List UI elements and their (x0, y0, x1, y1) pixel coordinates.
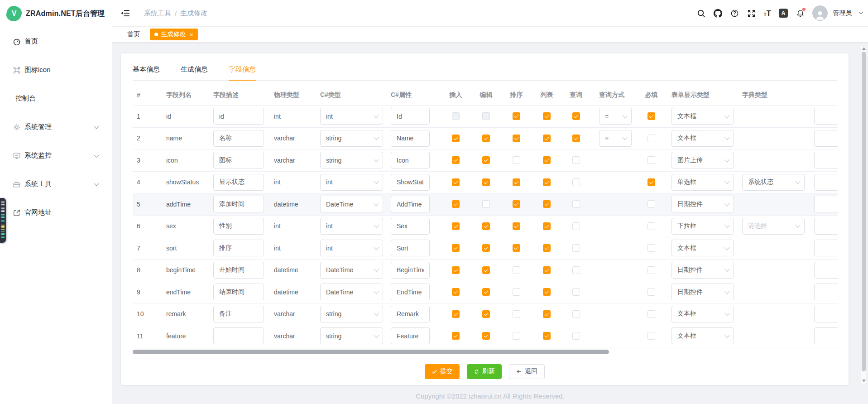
csharp-type-select[interactable]: string (320, 327, 383, 344)
submit-button[interactable]: 提交 (425, 364, 460, 379)
field-description-input[interactable] (213, 196, 264, 212)
field-description-input[interactable] (213, 218, 264, 235)
github-icon[interactable] (714, 9, 723, 18)
insert-checkbox[interactable] (452, 266, 460, 274)
html-type-select[interactable]: 文本框 (671, 327, 734, 344)
query-checkbox[interactable] (572, 244, 580, 252)
sidebar-item-system-tools[interactable]: 系统工具 (0, 170, 112, 198)
sort-checkbox[interactable] (513, 178, 520, 186)
csharp-property-input[interactable] (391, 218, 430, 235)
extra-input[interactable] (814, 108, 838, 125)
notification-bell-icon[interactable] (796, 9, 805, 18)
collapse-sidebar-icon[interactable] (120, 8, 130, 18)
list-checkbox[interactable] (543, 112, 551, 120)
required-checkbox[interactable] (647, 200, 655, 208)
tab-生成信息[interactable]: 生成信息 (181, 65, 208, 80)
required-checkbox[interactable] (647, 156, 655, 164)
extra-input[interactable] (814, 284, 838, 300)
edit-checkbox[interactable] (482, 310, 490, 318)
html-type-select[interactable]: 单选框 (671, 174, 734, 191)
field-description-input[interactable] (213, 130, 264, 147)
breadcrumb-item[interactable]: 系统工具 (144, 9, 171, 18)
list-checkbox[interactable] (543, 332, 551, 340)
csharp-property-input[interactable] (391, 196, 430, 212)
csharp-property-input[interactable] (391, 240, 430, 256)
field-description-input[interactable] (213, 306, 264, 322)
insert-checkbox[interactable] (452, 112, 460, 120)
edit-checkbox[interactable] (482, 178, 490, 186)
avatar[interactable] (812, 5, 828, 21)
field-description-input[interactable] (213, 152, 264, 168)
csharp-type-select[interactable]: string (320, 152, 383, 168)
csharp-property-input[interactable] (391, 306, 430, 322)
dict-type-select[interactable]: 系统状态 (742, 174, 805, 191)
extra-input[interactable] (814, 152, 838, 168)
query-checkbox[interactable] (572, 200, 580, 208)
insert-checkbox[interactable] (452, 156, 460, 164)
insert-checkbox[interactable] (452, 222, 460, 230)
user-name[interactable]: 管理员 (833, 9, 852, 17)
sort-checkbox[interactable] (513, 332, 520, 340)
tab-tag-active[interactable]: 生成修改× (150, 29, 198, 40)
csharp-property-input[interactable] (391, 152, 430, 168)
list-checkbox[interactable] (543, 135, 551, 142)
extra-input[interactable] (814, 306, 838, 322)
required-checkbox[interactable] (647, 112, 655, 120)
list-checkbox[interactable] (543, 178, 551, 186)
extra-input[interactable] (814, 218, 838, 235)
sort-checkbox[interactable] (513, 244, 520, 252)
required-checkbox[interactable] (647, 178, 655, 186)
tab-tag[interactable]: 首页 (124, 29, 144, 40)
html-type-select[interactable]: 文本框 (671, 306, 734, 322)
field-description-input[interactable] (213, 240, 264, 256)
list-checkbox[interactable] (543, 222, 551, 230)
insert-checkbox[interactable] (452, 135, 460, 142)
field-description-input[interactable] (213, 327, 264, 344)
query-checkbox[interactable] (572, 332, 580, 340)
query-checkbox[interactable] (572, 288, 580, 296)
query-checkbox[interactable] (572, 266, 580, 274)
edit-checkbox[interactable] (482, 200, 490, 208)
html-type-select[interactable]: 日期控件 (671, 196, 734, 212)
field-description-input[interactable] (213, 108, 264, 125)
insert-checkbox[interactable] (452, 178, 460, 186)
html-type-select[interactable]: 日期控件 (671, 262, 734, 279)
edit-checkbox[interactable] (482, 222, 490, 230)
app-logo[interactable]: V ZRAdmin.NET后台管理 (0, 0, 112, 27)
list-checkbox[interactable] (543, 200, 551, 208)
csharp-type-select[interactable]: DateTime (320, 284, 383, 300)
close-icon[interactable]: × (190, 32, 193, 38)
sort-checkbox[interactable] (513, 288, 520, 296)
required-checkbox[interactable] (647, 310, 655, 318)
html-type-select[interactable]: 下拉框 (671, 218, 734, 235)
tab-字段信息[interactable]: 字段信息 (229, 65, 256, 80)
query-checkbox[interactable] (572, 135, 580, 142)
html-type-select[interactable]: 文本框 (671, 108, 734, 125)
field-description-input[interactable] (213, 284, 264, 300)
csharp-property-input[interactable] (391, 327, 430, 344)
csharp-property-input[interactable] (391, 130, 430, 147)
edit-checkbox[interactable] (482, 288, 490, 296)
sidebar-item-system-monitor[interactable]: 系统监控 (0, 141, 112, 170)
csharp-type-select[interactable]: int (320, 240, 383, 256)
csharp-property-input[interactable] (391, 262, 430, 279)
required-checkbox[interactable] (647, 222, 655, 230)
insert-checkbox[interactable] (452, 310, 460, 318)
sort-checkbox[interactable] (513, 112, 520, 120)
list-checkbox[interactable] (543, 288, 551, 296)
extra-input[interactable] (814, 174, 838, 191)
insert-checkbox[interactable] (452, 332, 460, 340)
query-type-select[interactable]: = (599, 130, 632, 147)
vertical-scrollbar-thumb[interactable] (862, 52, 866, 371)
edit-checkbox[interactable] (482, 135, 490, 142)
html-type-select[interactable]: 图片上传 (671, 152, 734, 168)
sort-checkbox[interactable] (513, 135, 520, 142)
scrollbar-down-arrow[interactable] (862, 380, 866, 382)
extra-input[interactable] (814, 196, 838, 212)
breadcrumb-item[interactable]: 生成修改 (180, 9, 207, 18)
insert-checkbox[interactable] (452, 200, 460, 208)
csharp-type-select[interactable]: string (320, 130, 383, 147)
tab-基本信息[interactable]: 基本信息 (133, 65, 160, 80)
insert-checkbox[interactable] (452, 288, 460, 296)
query-checkbox[interactable] (572, 156, 580, 164)
